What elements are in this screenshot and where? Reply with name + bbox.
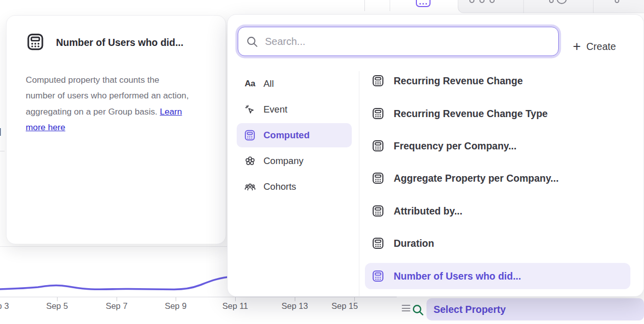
create-button[interactable]: + Create — [573, 36, 616, 57]
list-item[interactable]: Aggregate Property per Company... — [365, 165, 630, 191]
cohorts-people-icon — [243, 180, 256, 193]
axis-tick — [295, 297, 295, 301]
tooltip-title: Number of Users who did... — [56, 37, 183, 48]
calculator-icon — [371, 269, 385, 283]
learn-more-link[interactable]: Learn — [160, 106, 182, 117]
select-property-button[interactable]: Select Property — [426, 298, 644, 320]
axis-label: Sep 13 — [277, 301, 313, 311]
axis-label: Sep 15 — [327, 301, 363, 311]
list-item[interactable]: Recurring Revenue Change Type — [365, 100, 630, 127]
axis-label: Sep 3 — [0, 301, 16, 311]
axis-tick — [354, 297, 355, 301]
description-line: Computed property that counts the — [26, 75, 159, 85]
calculator-icon — [243, 129, 256, 142]
calculator-icon — [371, 74, 385, 87]
list-item[interactable]: Attributed by... — [365, 198, 630, 224]
clipped-text-fragment: ] — [0, 127, 1, 136]
calculator-icon — [371, 107, 385, 120]
category-all[interactable]: Aa All — [237, 72, 352, 96]
list-item[interactable]: Frequency per Company... — [365, 133, 630, 159]
tab-active-calculator-icon[interactable] — [416, 0, 431, 7]
list-item-selected[interactable]: Number of Users who did... — [365, 263, 630, 289]
tab-separator — [593, 0, 594, 13]
property-picker-panel: + Create Aa All Event — [227, 14, 644, 297]
calculator-icon — [371, 237, 385, 250]
clipped-divider-fragment — [0, 151, 5, 151]
axis-label: Sep 9 — [157, 301, 194, 311]
cursor-sparkle-icon — [243, 103, 256, 116]
search-icon — [246, 35, 258, 48]
search-field[interactable] — [238, 27, 559, 56]
category-cohorts[interactable]: Cohorts — [237, 175, 352, 199]
line-chart-fragment — [0, 272, 233, 298]
panel-divider — [359, 71, 359, 297]
axis-label: Sep 11 — [217, 301, 253, 311]
category-computed[interactable]: Computed — [237, 123, 352, 147]
description-line: number of users who performed an action, — [26, 90, 189, 100]
calculator-icon — [371, 204, 385, 218]
learn-more-link[interactable]: more here — [26, 122, 65, 132]
axis-tick — [235, 297, 236, 301]
calculator-icon — [371, 139, 385, 152]
search-input[interactable] — [265, 27, 558, 56]
tooltip-description: Computed property that counts the number… — [26, 72, 207, 136]
axis-label: Sep 7 — [98, 301, 135, 311]
drag-handle-icon[interactable] — [402, 305, 410, 313]
tab-divider-left — [390, 0, 390, 11]
description-line: aggregating on a per Group basis. — [26, 106, 160, 117]
category-event[interactable]: Event — [237, 97, 352, 122]
metric-search-icon — [411, 303, 424, 316]
app-screen: ] Sep 3 Sep 5 Sep 7 Sep 9 Sep 11 Sep 13 … — [0, 0, 644, 324]
text-aa-icon: Aa — [243, 77, 256, 90]
calculator-icon — [371, 172, 385, 185]
plus-icon: + — [573, 40, 581, 53]
calculator-icon — [26, 32, 45, 51]
list-item[interactable]: Recurring Revenue Change — [365, 68, 630, 94]
tab-separator — [523, 0, 524, 13]
list-item[interactable]: Duration — [365, 230, 630, 256]
company-cluster-icon — [243, 154, 256, 168]
category-company[interactable]: Company — [237, 149, 352, 173]
axis-label: Sep 5 — [39, 301, 75, 311]
x-axis-line — [0, 297, 397, 297]
layout-divider — [364, 0, 365, 11]
property-tooltip-card: Number of Users who did... Computed prop… — [6, 15, 226, 244]
